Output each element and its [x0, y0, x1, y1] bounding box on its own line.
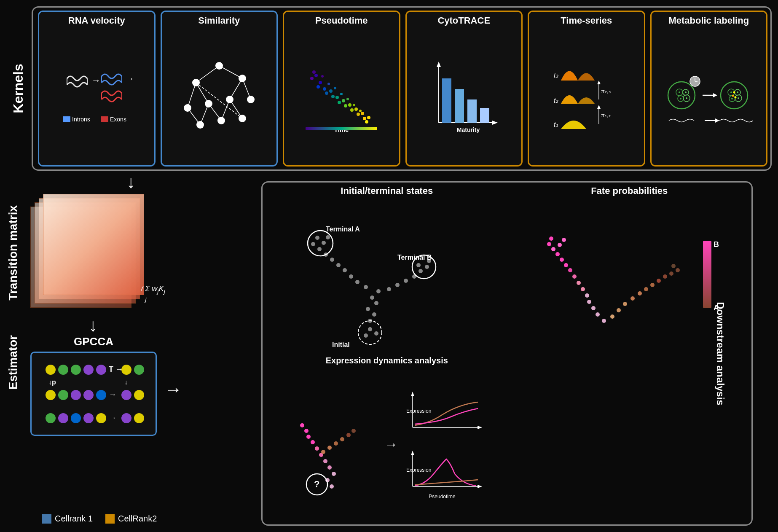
svg-point-29 [247, 96, 255, 103]
svg-point-112 [71, 365, 81, 375]
initial-terminal-title: Initial/terminal states [341, 185, 433, 196]
cytotrace-title: CytoTRACE [437, 15, 490, 26]
svg-point-88 [685, 91, 687, 93]
svg-point-135 [134, 413, 144, 423]
svg-point-52 [363, 117, 366, 120]
svg-point-163 [374, 331, 378, 336]
svg-point-142 [364, 285, 368, 289]
svg-text:→: → [91, 75, 101, 86]
svg-text:t₃: t₃ [554, 72, 558, 79]
transition-to-estimator-arrow: ↓ [89, 315, 97, 336]
svg-point-199 [671, 264, 676, 268]
svg-rect-63 [306, 127, 377, 130]
kernel-rna-velocity: RNA velocity → [38, 11, 156, 167]
fate-probabilities-cell: Fate probabilities [510, 185, 749, 352]
svg-text:Exons: Exons [110, 116, 126, 123]
cellrank2-label: CellRank2 [118, 514, 157, 524]
svg-point-49 [354, 107, 358, 111]
svg-point-54 [365, 120, 368, 124]
similarity-svg [179, 53, 259, 137]
svg-point-51 [361, 112, 364, 115]
svg-marker-67 [492, 121, 498, 125]
svg-point-23 [215, 62, 223, 70]
svg-text:A: A [714, 304, 719, 312]
svg-rect-68 [442, 78, 451, 123]
svg-point-180 [564, 263, 568, 267]
svg-text:?: ? [314, 479, 319, 489]
fate-prob-svg: B A [528, 199, 730, 350]
svg-point-57 [334, 87, 336, 89]
svg-point-114 [96, 365, 106, 375]
svg-point-58 [340, 93, 343, 95]
svg-marker-228 [411, 451, 414, 455]
svg-point-89 [680, 98, 681, 99]
svg-marker-225 [478, 426, 482, 429]
svg-point-214 [321, 450, 325, 454]
legend-cellrank1: Cellrank 1 [42, 514, 93, 524]
svg-text:↓: ↓ [124, 379, 128, 386]
svg-point-212 [304, 429, 309, 433]
svg-point-28 [226, 96, 233, 103]
svg-point-178 [572, 274, 577, 279]
metabolic-visual [655, 29, 763, 162]
svg-point-182 [555, 252, 560, 256]
svg-point-173 [591, 306, 596, 310]
svg-line-15 [188, 83, 196, 108]
svg-point-56 [327, 83, 330, 85]
bottom-legend: Cellrank 1 CellRank2 [42, 514, 157, 524]
estimator-section: Estimator GPCCA T → [6, 335, 157, 436]
svg-point-48 [350, 108, 354, 112]
svg-rect-8 [63, 116, 70, 122]
svg-point-134 [121, 413, 131, 423]
svg-point-186 [549, 236, 553, 241]
svg-point-185 [558, 243, 562, 247]
metabolic-svg [665, 55, 753, 135]
svg-text:→: → [125, 73, 134, 84]
svg-point-140 [370, 296, 374, 300]
dynamics-arrow: → [384, 437, 398, 452]
svg-point-174 [587, 300, 591, 304]
svg-point-146 [336, 263, 341, 267]
svg-point-209 [315, 446, 319, 451]
svg-point-61 [359, 110, 362, 112]
pseudotime-svg: Time [301, 55, 381, 135]
svg-point-213 [300, 423, 304, 427]
svg-point-164 [364, 333, 368, 338]
expression-dynamics-content: ? → Expression [285, 368, 488, 522]
svg-point-40 [325, 91, 328, 95]
svg-point-151 [322, 241, 326, 245]
kernels-section: Kernels RNA velocity [6, 6, 772, 171]
svg-point-102 [737, 91, 738, 93]
svg-point-30 [196, 121, 204, 129]
downstream-section: Downstream analysis Initial/terminal sta… [261, 181, 772, 526]
svg-point-36 [314, 74, 318, 77]
legend-cellrank2: CellRank2 [105, 514, 157, 524]
rna-velocity-svg: → → [54, 53, 139, 137]
metabolic-title: Metabolic labeling [668, 15, 749, 26]
svg-marker-230 [478, 485, 482, 488]
similarity-title: Similarity [198, 15, 240, 26]
similarity-visual [165, 29, 274, 162]
cytotrace-svg: Maturity [426, 55, 502, 135]
svg-point-87 [679, 91, 680, 93]
rna-velocity-visual: → → [43, 29, 151, 162]
rna-velocity-title: RNA velocity [68, 15, 125, 26]
svg-point-96 [721, 82, 748, 109]
svg-rect-70 [467, 99, 477, 123]
svg-point-104 [738, 97, 739, 99]
svg-point-169 [358, 321, 382, 344]
svg-point-153 [326, 235, 330, 239]
svg-point-143 [355, 280, 359, 284]
svg-point-195 [657, 279, 661, 283]
svg-point-34 [312, 70, 316, 74]
svg-point-132 [96, 413, 106, 423]
pseudotime-visual: Time [287, 29, 396, 162]
timeseries-svg: t₃ t₂ t₁ π₂,₃ [546, 53, 626, 137]
pseudotime-title: Pseudotime [315, 15, 368, 26]
svg-marker-223 [411, 392, 414, 396]
svg-point-211 [306, 435, 311, 439]
svg-point-39 [323, 87, 326, 91]
svg-text:Maturity: Maturity [457, 126, 480, 133]
svg-text:π₂,₃: π₂,₃ [601, 88, 611, 94]
svg-point-193 [644, 287, 648, 291]
